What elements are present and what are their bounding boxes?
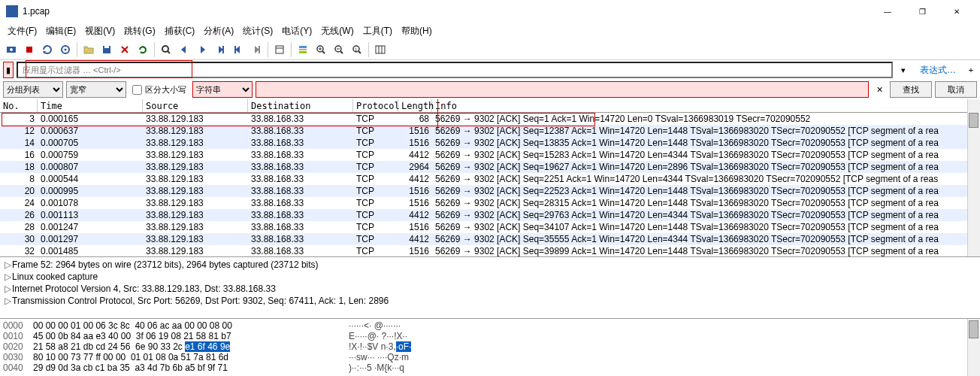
clear-search-icon[interactable]: ✕ xyxy=(872,85,887,95)
packet-bytes[interactable]: 000000 00 00 01 00 06 3c 8c 40 06 ac aa … xyxy=(0,319,980,376)
expand-icon[interactable]: ▷ xyxy=(3,259,12,270)
capture-options-icon[interactable] xyxy=(57,41,74,58)
find-button[interactable]: 查找 xyxy=(890,81,932,98)
svg-line-28 xyxy=(322,51,325,53)
restart-capture-icon[interactable] xyxy=(39,41,56,58)
hex-row[interactable]: 000000 00 00 01 00 06 3c 8c 40 06 ac aa … xyxy=(3,320,977,331)
expression-button[interactable]: 表达式… xyxy=(914,62,962,78)
zoom-reset-icon[interactable]: 1 xyxy=(349,41,365,58)
cancel-button[interactable]: 取消 xyxy=(935,81,977,98)
packet-row[interactable]: 260.00111333.88.129.18333.88.168.33TCP44… xyxy=(0,209,980,221)
search-bar: 分组列表 宽窄 区分大小写 字符串 ✕ 查找 取消 xyxy=(0,80,980,99)
expand-icon[interactable]: ▷ xyxy=(3,271,12,282)
main-toolbar: 1 xyxy=(0,39,980,60)
hex-row[interactable]: 001045 00 0b 84 aa e3 40 00 3f 06 19 08 … xyxy=(3,331,977,341)
col-time[interactable]: Time xyxy=(38,99,143,112)
colorize-icon[interactable] xyxy=(295,41,311,58)
menu-capture[interactable]: 捕获(C) xyxy=(160,23,200,39)
col-info[interactable]: Info xyxy=(432,99,980,112)
case-sensitive-label: 区分大小写 xyxy=(145,84,186,96)
hex-row[interactable]: 002021 58 a8 21 db cd 24 56 6e 90 33 2c … xyxy=(3,341,977,352)
menu-file[interactable]: 文件(F) xyxy=(3,23,41,39)
packet-list-header[interactable]: No. Time Source Destination Protocol Len… xyxy=(0,99,980,113)
string-type-select[interactable]: 字符串 xyxy=(192,81,253,98)
window-title: 1.pcap xyxy=(23,6,870,17)
col-no[interactable]: No. xyxy=(0,99,38,112)
filter-add-icon[interactable]: + xyxy=(965,65,977,74)
filter-bar: ▮ ▾ 表达式… + xyxy=(0,60,980,80)
svg-rect-20 xyxy=(276,46,283,53)
auto-scroll-icon[interactable] xyxy=(271,41,288,58)
menu-edit[interactable]: 编辑(E) xyxy=(41,23,80,39)
packet-details[interactable]: ▷Frame 52: 2964 bytes on wire (23712 bit… xyxy=(0,257,980,319)
close-file-icon[interactable] xyxy=(116,41,133,58)
go-forward-icon[interactable] xyxy=(194,41,210,58)
svg-line-11 xyxy=(168,51,170,53)
title-bar: 1.pcap — ❐ ✕ xyxy=(0,0,980,23)
maximize-button[interactable]: ❐ xyxy=(905,0,939,23)
go-to-packet-icon[interactable] xyxy=(212,41,228,58)
menu-statistics[interactable]: 统计(S) xyxy=(238,23,277,39)
zoom-out-icon[interactable] xyxy=(331,41,347,58)
go-first-icon[interactable] xyxy=(230,41,247,58)
packet-row[interactable]: 300.00129733.88.129.18333.88.168.33TCP44… xyxy=(0,233,980,245)
minimize-button[interactable]: — xyxy=(870,0,905,23)
app-icon xyxy=(6,5,18,17)
open-file-icon[interactable] xyxy=(80,41,97,58)
hex-row[interactable]: 003080 10 00 73 77 ff 00 00 01 01 08 0a … xyxy=(3,352,977,362)
svg-rect-35 xyxy=(376,46,385,53)
packet-list[interactable]: No. Time Source Destination Protocol Len… xyxy=(0,99,980,257)
menu-go[interactable]: 跳转(G) xyxy=(119,23,159,39)
packet-list-select[interactable]: 分组列表 xyxy=(3,81,63,98)
menu-telephony[interactable]: 电话(Y) xyxy=(277,23,316,39)
display-filter-input[interactable] xyxy=(17,62,893,78)
svg-point-10 xyxy=(162,46,168,52)
packet-row[interactable]: 160.00075933.88.129.18333.88.168.33TCP44… xyxy=(0,149,980,161)
zoom-in-icon[interactable] xyxy=(313,41,329,58)
menu-tools[interactable]: 工具(T) xyxy=(358,23,397,39)
search-text-input[interactable] xyxy=(256,81,869,98)
expand-icon[interactable]: ▷ xyxy=(3,284,12,294)
svg-rect-2 xyxy=(26,47,32,53)
go-last-icon[interactable] xyxy=(248,41,265,58)
menu-analyze[interactable]: 分析(A) xyxy=(199,23,238,39)
svg-point-1 xyxy=(10,48,13,51)
col-protocol[interactable]: Protocol xyxy=(353,99,398,112)
stop-capture-icon[interactable] xyxy=(21,41,38,58)
close-button[interactable]: ✕ xyxy=(939,0,974,23)
packet-row[interactable]: 200.00099533.88.129.18333.88.168.33TCP15… xyxy=(0,185,980,197)
packet-row[interactable]: 320.00148533.88.129.18333.88.168.33TCP15… xyxy=(0,245,980,257)
case-sensitive-checkbox[interactable] xyxy=(132,85,142,95)
start-capture-icon[interactable] xyxy=(3,41,20,58)
hex-row[interactable]: 004029 d9 0d 3a cb c1 ba 35 a3 4d 7b 6b … xyxy=(3,362,977,373)
packet-row[interactable]: 180.00080733.88.129.18333.88.168.33TCP29… xyxy=(0,161,980,173)
menu-view[interactable]: 视图(V) xyxy=(80,23,119,39)
save-file-icon[interactable] xyxy=(98,41,115,58)
packet-row[interactable]: 80.00054433.88.129.18333.88.168.33TCP441… xyxy=(0,173,980,185)
hex-scrollbar[interactable] xyxy=(967,319,980,376)
menu-wireless[interactable]: 无线(W) xyxy=(316,23,358,39)
packet-row[interactable]: 30.00016533.88.129.18333.88.168.33TCP685… xyxy=(0,113,980,125)
svg-rect-22 xyxy=(299,46,307,48)
packet-list-scrollbar[interactable] xyxy=(967,99,980,256)
detail-row: ▷Linux cooked capture xyxy=(3,271,977,283)
packet-row[interactable]: 140.00070533.88.129.18333.88.168.33TCP15… xyxy=(0,137,980,149)
menu-help[interactable]: 帮助(H) xyxy=(397,23,437,39)
reload-icon[interactable] xyxy=(135,41,151,58)
width-select[interactable]: 宽窄 xyxy=(66,81,126,98)
packet-row[interactable]: 120.00063733.88.129.18333.88.168.33TCP15… xyxy=(0,125,980,137)
col-destination[interactable]: Destination xyxy=(248,99,353,112)
col-source[interactable]: Source xyxy=(143,99,248,112)
packet-row[interactable]: 240.00107833.88.129.18333.88.168.33TCP15… xyxy=(0,197,980,209)
filter-dropdown-icon[interactable]: ▾ xyxy=(896,65,911,75)
svg-marker-12 xyxy=(181,46,186,53)
svg-rect-23 xyxy=(299,49,307,50)
resize-columns-icon[interactable] xyxy=(372,41,389,58)
filter-bookmark-icon[interactable]: ▮ xyxy=(3,62,14,78)
svg-marker-13 xyxy=(201,46,205,53)
find-icon[interactable] xyxy=(158,41,174,58)
packet-row[interactable]: 280.00124733.88.129.18333.88.168.33TCP15… xyxy=(0,221,980,233)
col-length[interactable]: Length xyxy=(398,99,432,112)
go-back-icon[interactable] xyxy=(176,41,192,58)
expand-icon[interactable]: ▷ xyxy=(3,296,12,306)
